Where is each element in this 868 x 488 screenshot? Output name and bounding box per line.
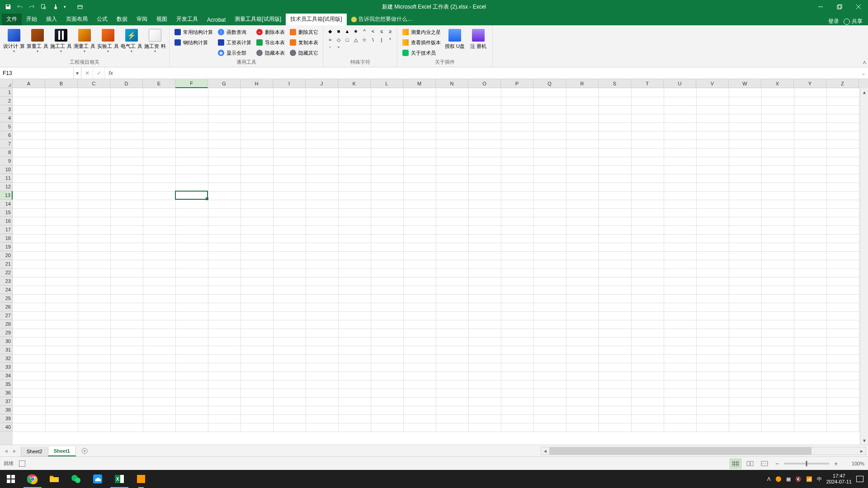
about-tech-button[interactable]: 关于技术员 <box>400 48 443 58</box>
row-header[interactable]: 12 <box>0 183 13 191</box>
zoom-out-button[interactable]: − <box>773 460 781 468</box>
taskbar-explorer[interactable] <box>43 470 65 488</box>
row-header[interactable]: 40 <box>0 423 13 432</box>
delete-others-button[interactable]: 删除其它 <box>288 27 320 37</box>
row-header[interactable]: 18 <box>0 234 13 243</box>
symbol-button[interactable]: ^ <box>360 27 368 35</box>
symbol-button[interactable]: ▲ <box>343 27 351 35</box>
taskbar-chrome[interactable] <box>22 470 43 488</box>
symbol-button[interactable]: ■ <box>335 27 343 35</box>
row-header[interactable]: 25 <box>0 294 13 303</box>
tab-formulas[interactable]: 公式 <box>92 13 112 25</box>
record-macro-button[interactable] <box>19 460 25 467</box>
add-sheet-button[interactable] <box>79 446 90 456</box>
row-header[interactable]: 32 <box>0 354 13 363</box>
symbol-button[interactable]: | <box>377 36 386 44</box>
qat-customize-button[interactable]: ▾ <box>61 1 68 12</box>
zoom-slider-thumb[interactable] <box>806 461 807 466</box>
formula-input[interactable] <box>117 67 859 79</box>
sheet-tab-sheet2[interactable]: Sheet2 <box>21 447 48 456</box>
column-header[interactable]: O <box>468 79 501 88</box>
column-header[interactable]: B <box>45 79 78 88</box>
row-header[interactable]: 2 <box>0 97 13 105</box>
column-header[interactable]: A <box>13 79 45 88</box>
ribbon-display-options-button[interactable] <box>71 0 90 14</box>
row-header[interactable]: 4 <box>0 114 13 122</box>
construction-tool-button[interactable]: 施工工 具▾ <box>50 27 72 54</box>
row-header[interactable]: 11 <box>0 174 13 183</box>
taskbar-wechat[interactable] <box>65 470 87 488</box>
column-header[interactable]: K <box>338 79 371 88</box>
share-button[interactable]: 共享 <box>844 18 863 25</box>
column-header[interactable]: W <box>729 79 761 88</box>
column-header[interactable]: M <box>403 79 436 88</box>
symbol-button[interactable]: ◇ <box>335 36 343 44</box>
column-header[interactable]: V <box>696 79 729 88</box>
row-header[interactable]: 28 <box>0 320 13 328</box>
column-header[interactable]: P <box>501 79 533 88</box>
symbol-button[interactable]: ≤ <box>377 27 386 35</box>
column-header[interactable]: R <box>566 79 599 88</box>
tab-tech-toolbox[interactable]: 技术员工具箱[试用版] <box>286 13 347 25</box>
register-button[interactable]: 注 册机 <box>467 27 490 50</box>
row-header[interactable]: 35 <box>0 380 13 389</box>
column-header[interactable]: S <box>599 79 631 88</box>
row-header[interactable]: 19 <box>0 243 13 251</box>
row-header[interactable]: 5 <box>0 122 13 131</box>
row-header[interactable]: 33 <box>0 363 13 371</box>
taskbar-excel[interactable]: X <box>108 470 130 488</box>
name-box-dropdown[interactable]: ▾ <box>73 67 81 79</box>
fx-icon[interactable]: fx <box>105 67 117 79</box>
column-header[interactable]: F <box>175 79 208 88</box>
delete-sheet-button[interactable]: −删除本表 <box>254 27 287 37</box>
tab-developer[interactable]: 开发工具 <box>172 13 203 25</box>
name-box[interactable] <box>0 67 73 79</box>
tab-data[interactable]: 数据 <box>112 13 132 25</box>
row-header[interactable]: 38 <box>0 406 13 414</box>
hide-others-button[interactable]: 隐藏其它 <box>288 48 320 58</box>
formula-cancel-button[interactable]: ✕ <box>81 67 93 79</box>
sign-in-button[interactable]: 登录 <box>828 18 839 25</box>
tab-acrobat[interactable]: Acrobat <box>203 14 230 25</box>
undo-button[interactable] <box>14 1 25 12</box>
column-header[interactable]: X <box>761 79 794 88</box>
normal-view-button[interactable] <box>730 459 741 469</box>
horizontal-scrollbar[interactable]: ◂ ▸ <box>541 447 866 455</box>
zoom-level[interactable]: 100% <box>843 461 864 466</box>
taskbar-app[interactable] <box>130 470 152 488</box>
column-header[interactable]: H <box>241 79 273 88</box>
tray-app-icon[interactable]: ▦ <box>786 476 791 482</box>
touch-mode-button[interactable] <box>50 1 61 12</box>
column-header[interactable]: N <box>436 79 468 88</box>
row-header[interactable]: 20 <box>0 251 13 260</box>
design-calc-button[interactable]: 设计计 算▾ <box>3 27 25 54</box>
minimize-button[interactable] <box>811 0 830 14</box>
zoom-in-button[interactable]: + <box>832 460 840 468</box>
start-button[interactable] <box>0 470 22 488</box>
zoom-slider-track[interactable] <box>784 463 829 465</box>
symbol-button[interactable]: < <box>369 27 377 35</box>
page-layout-view-button[interactable] <box>744 459 756 469</box>
symbol-button[interactable]: ≥ <box>386 27 394 35</box>
taskbar-cloud[interactable] <box>87 470 108 488</box>
symbol-button[interactable]: ≈ <box>326 36 334 44</box>
quantity-tool-button[interactable]: 算量工 具▾ <box>26 27 49 54</box>
row-header[interactable]: 24 <box>0 286 13 294</box>
select-all-corner[interactable] <box>0 79 13 88</box>
experiment-tool-button[interactable]: 实验工 具▾ <box>97 27 119 54</box>
row-header[interactable]: 39 <box>0 414 13 423</box>
formula-enter-button[interactable]: ✓ <box>93 67 105 79</box>
column-header[interactable]: I <box>273 79 306 88</box>
measure-tool-button[interactable]: 测量工 具▾ <box>73 27 96 54</box>
row-header[interactable]: 3 <box>0 105 13 114</box>
tray-clock[interactable]: 17:47 2024-07-11 <box>826 473 852 485</box>
show-all-button[interactable]: ◉显示全部 <box>216 48 253 58</box>
column-header[interactable]: Q <box>533 79 566 88</box>
salary-calc-button[interactable]: 工资表计算 <box>216 38 253 47</box>
row-header[interactable]: 22 <box>0 268 13 277</box>
tray-security-icon[interactable]: 🟠 <box>775 476 782 482</box>
row-header[interactable]: 26 <box>0 303 13 311</box>
print-preview-button[interactable] <box>38 1 49 12</box>
column-header[interactable]: C <box>78 79 110 88</box>
symbol-button[interactable]: ° <box>386 36 394 44</box>
